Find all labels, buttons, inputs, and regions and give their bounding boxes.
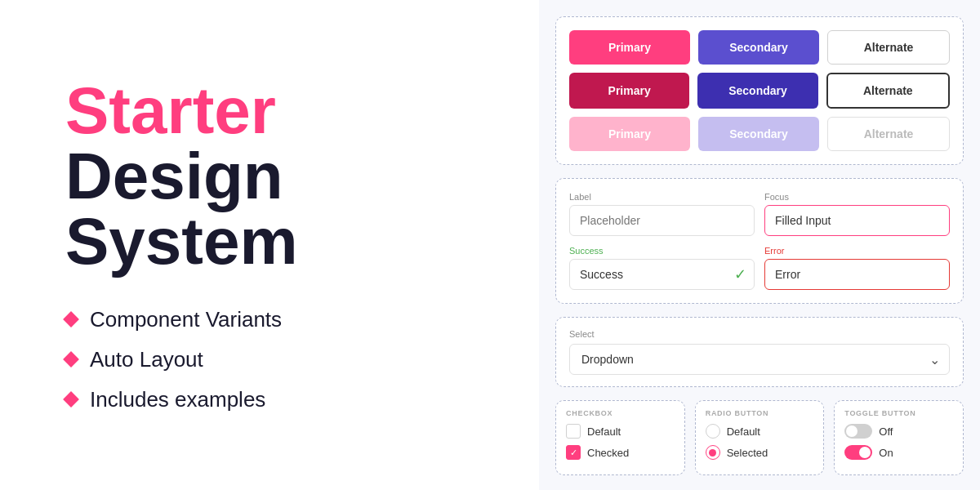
checkbox-label-default: Default [587,425,621,438]
btn-primary-light[interactable]: Primary [569,117,690,151]
feature-item-2: Auto Layout [65,347,474,372]
checkbox-checked[interactable]: ✓ [566,445,581,460]
input-error[interactable] [764,259,950,290]
input-label-default: Label [569,192,755,202]
input-group-error: Error [764,246,950,290]
diamond-icon-2 [63,351,79,368]
title-starter: Starter [65,78,474,144]
toggle-off-thumb [846,425,858,437]
feature-label-2: Auto Layout [90,347,203,372]
toggle-label-on: On [879,447,893,459]
btn-alternate-light[interactable]: Alternate [827,117,950,151]
toggle-item-off[interactable]: Off [844,424,953,439]
bottom-row: CHECKBOX Default ✓ Checked RADIO BUTTON … [555,400,964,475]
title-block: Starter Design System [65,78,474,307]
radio-header: RADIO BUTTON [706,409,814,417]
input-label-error: Error [764,246,950,256]
checkbox-default[interactable] [566,424,581,439]
toggle-on-track[interactable] [844,445,872,460]
inputs-section: Label Focus Success ✓ Error [555,178,964,304]
diamond-icon-1 [63,311,79,327]
input-group-default: Label [569,192,755,236]
btn-alternate-normal[interactable]: Alternate [827,30,950,65]
btn-alternate-dark[interactable]: Alternate [826,73,950,109]
input-focus[interactable] [764,205,950,236]
radio-item-selected[interactable]: Selected [706,445,814,460]
input-success[interactable] [569,259,755,290]
input-success-wrapper: ✓ [569,259,755,290]
toggle-header: TOGGLE BUTTON [844,409,953,417]
checkbox-header: CHECKBOX [566,409,675,417]
radio-default[interactable] [706,424,720,439]
right-panel: Primary Secondary Alternate Primary Seco… [539,0,980,490]
toggle-section: TOGGLE BUTTON Off On [834,400,964,475]
feature-label-1: Component Variants [90,307,282,332]
checkbox-item-checked[interactable]: ✓ Checked [566,445,675,460]
title-design: Design System [65,144,474,274]
feature-list: Component Variants Auto Layout Includes … [65,307,474,412]
feature-item-3: Includes examples [65,387,474,412]
select-dropdown[interactable]: Dropdown [569,344,950,375]
toggle-label-off: Off [879,425,893,438]
input-group-focus: Focus [764,192,950,236]
input-label-focus: Focus [764,192,950,202]
select-label: Select [569,329,950,339]
radio-label-selected: Selected [727,447,768,459]
checkbox-item-default[interactable]: Default [566,424,675,439]
feature-item-1: Component Variants [65,307,474,332]
radio-item-default[interactable]: Default [706,424,814,439]
input-default[interactable] [569,205,755,236]
btn-primary-dark[interactable]: Primary [569,73,689,109]
select-section: Select Dropdown ⌄ [555,317,964,387]
btn-secondary-dark[interactable]: Secondary [697,73,817,109]
button-row-dark: Primary Secondary Alternate [569,73,950,109]
left-panel: Starter Design System Component Variants… [0,0,539,490]
radio-selected[interactable] [706,445,720,460]
input-group-success: Success ✓ [569,246,755,290]
btn-secondary-normal[interactable]: Secondary [698,30,819,65]
input-row-bottom: Success ✓ Error [569,246,950,290]
toggle-on-thumb [859,447,871,458]
select-wrapper[interactable]: Dropdown ⌄ [569,344,950,375]
btn-primary-normal[interactable]: Primary [569,30,690,65]
input-row-top: Label Focus [569,192,950,236]
feature-label-3: Includes examples [90,387,265,412]
buttons-section: Primary Secondary Alternate Primary Seco… [555,16,964,165]
checkbox-section: CHECKBOX Default ✓ Checked [555,400,685,475]
success-icon: ✓ [734,265,746,283]
radio-label-default: Default [727,425,760,438]
toggle-item-on[interactable]: On [844,445,953,460]
btn-secondary-light[interactable]: Secondary [698,117,819,151]
button-row-normal: Primary Secondary Alternate [569,30,950,65]
checkbox-label-checked: Checked [587,447,629,459]
button-row-light: Primary Secondary Alternate [569,117,950,151]
radio-section: RADIO BUTTON Default Selected [695,400,825,475]
toggle-off-track[interactable] [844,424,872,439]
input-label-success: Success [569,246,755,256]
diamond-icon-3 [63,391,79,408]
